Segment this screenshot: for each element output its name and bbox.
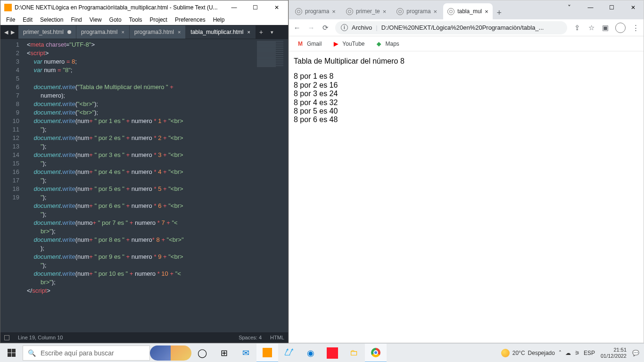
share-icon[interactable]: ⇪ xyxy=(573,24,581,32)
opera-app-icon[interactable] xyxy=(322,344,343,362)
news-widget[interactable] xyxy=(150,346,191,361)
chrome-app-icon[interactable] xyxy=(365,344,387,362)
task-view-icon[interactable]: ⊞ xyxy=(213,344,235,362)
cortana-icon[interactable]: ◯ xyxy=(191,344,213,362)
tray-chevron-icon[interactable]: ˄ xyxy=(559,350,561,356)
editor-tab[interactable]: programa.html × xyxy=(76,25,130,39)
menu-file[interactable]: File xyxy=(6,16,15,23)
favicon-icon xyxy=(346,8,353,15)
sublime-tab-bar: ◀ ▶ primer_test.html programa.html × pro… xyxy=(0,25,288,39)
close-tab-icon[interactable]: × xyxy=(178,29,181,35)
taskbar-search[interactable]: 🔍 Escribe aquí para buscar xyxy=(23,346,150,361)
panel-icon[interactable] xyxy=(4,335,9,340)
menu-selection[interactable]: Selection xyxy=(40,16,63,23)
back-button[interactable]: ← xyxy=(293,24,301,32)
browser-tab[interactable]: programa× xyxy=(392,3,441,19)
start-button[interactable] xyxy=(0,344,23,362)
output-line: 8 por 4 es 32 xyxy=(294,99,639,107)
tab-label: programa xyxy=(406,8,430,15)
mail-app-icon[interactable]: ✉ xyxy=(235,344,256,362)
dirty-dot-icon xyxy=(67,30,71,34)
url-path: D:/ONE%20NEXT/Lògica%20en%20Programaciòn… xyxy=(381,24,544,31)
url-scheme: Archivo xyxy=(352,24,372,31)
status-cursor: Line 19, Column 10 xyxy=(18,335,63,340)
close-tab-icon[interactable]: × xyxy=(485,8,488,15)
minimize-button[interactable]: — xyxy=(223,1,245,15)
browser-tab-active[interactable]: tabla_mul× xyxy=(443,3,493,19)
notifications-icon[interactable]: 💬 xyxy=(632,350,639,356)
menu-view[interactable]: View xyxy=(90,16,102,23)
weather-widget[interactable]: 20°C Despejado xyxy=(501,349,555,357)
browser-tab[interactable]: programa× xyxy=(291,3,340,19)
sublime-titlebar[interactable]: D:\ONE NEXT\Lògica en Programaciòn\tabla… xyxy=(0,0,288,15)
close-button[interactable]: ✕ xyxy=(622,0,644,15)
favicon-icon xyxy=(396,8,404,15)
address-bar[interactable]: i Archivo | D:/ONE%20NEXT/Lògica%20en%20… xyxy=(335,21,567,34)
sublime-statusbar: Line 19, Column 10 Spaces: 4 HTML xyxy=(0,332,288,343)
windows-logo-icon xyxy=(8,349,16,357)
system-tray: 20°C Despejado ˄ ☁ ⚞ ESP 21:51 01/12/202… xyxy=(496,347,644,359)
chrome-tabstrip: programa× primer_te× programa× tabla_mul… xyxy=(289,0,644,19)
tab-prev-icon[interactable]: ◀ xyxy=(4,29,8,35)
editor-area[interactable]: 12345678910111213141516171819 <meta char… xyxy=(0,39,288,332)
tab-next-icon[interactable]: ▶ xyxy=(11,29,15,35)
bookmark-maps[interactable]: ◆Maps xyxy=(375,40,399,48)
chrome-toolbar: ← → ⟳ i Archivo | D:/ONE%20NEXT/Lògica%2… xyxy=(289,19,644,36)
menu-help[interactable]: Help xyxy=(213,16,225,23)
vscode-app-icon[interactable]: ⌰ xyxy=(278,344,300,362)
output-line: 8 por 5 es 40 xyxy=(294,107,639,115)
sublime-menu-bar: File Edit Selection Find View Goto Tools… xyxy=(0,15,288,25)
info-icon[interactable]: i xyxy=(341,24,348,31)
edge-app-icon[interactable]: ◉ xyxy=(300,344,322,362)
close-tab-icon[interactable]: × xyxy=(434,8,438,15)
tab-menu-icon[interactable]: ▾ xyxy=(267,29,277,35)
menu-edit[interactable]: Edit xyxy=(23,16,33,23)
close-tab-icon[interactable]: × xyxy=(247,29,250,35)
clock[interactable]: 21:51 01/12/2022 xyxy=(599,347,628,359)
sublime-title: D:\ONE NEXT\Lògica en Programaciòn\tabla… xyxy=(15,4,223,11)
menu-find[interactable]: Find xyxy=(71,16,82,23)
forward-button[interactable]: → xyxy=(307,24,315,32)
menu-tools[interactable]: Tools xyxy=(129,16,142,23)
status-spaces[interactable]: Spaces: 4 xyxy=(239,335,262,340)
wifi-icon[interactable]: ⚞ xyxy=(575,350,580,356)
editor-tab[interactable]: programa3.html × xyxy=(130,25,186,39)
explorer-app-icon[interactable]: 🗀 xyxy=(343,344,365,362)
browser-tab[interactable]: primer_te× xyxy=(342,3,390,19)
menu-dots-icon[interactable]: ⋮ xyxy=(631,24,640,32)
minimize-button[interactable]: — xyxy=(580,0,601,15)
code-content[interactable]: <meta charset="UTF-8"> <script> var nume… xyxy=(23,39,255,332)
weather-desc: Despejado xyxy=(528,350,555,356)
chevron-down-icon[interactable]: ˅ xyxy=(559,0,580,15)
output-line: 8 por 1 es 8 xyxy=(294,72,639,81)
maximize-button[interactable]: ☐ xyxy=(245,1,266,15)
clock-time: 21:51 xyxy=(601,347,627,353)
new-tab-button[interactable]: + xyxy=(256,28,267,36)
tab-label: tabla_mul xyxy=(457,8,482,15)
maximize-button[interactable]: ☐ xyxy=(601,0,622,15)
onedrive-icon[interactable]: ☁ xyxy=(565,350,571,356)
reload-button[interactable]: ⟳ xyxy=(321,24,330,32)
sidepanel-icon[interactable]: ▣ xyxy=(601,24,610,32)
close-button[interactable]: ✕ xyxy=(266,1,287,15)
menu-goto[interactable]: Goto xyxy=(109,16,122,23)
close-tab-icon[interactable]: × xyxy=(332,8,336,15)
bookmark-gmail[interactable]: MGmail xyxy=(297,40,322,48)
menu-project[interactable]: Project xyxy=(150,16,167,23)
bookmarks-bar: MGmail ▶YouTube ◆Maps xyxy=(289,36,644,51)
close-tab-icon[interactable]: × xyxy=(383,8,387,15)
editor-tab-active[interactable]: tabla_multiplicar.html × xyxy=(186,25,256,39)
bookmark-star-icon[interactable]: ☆ xyxy=(587,24,595,32)
menu-preferences[interactable]: Preferences xyxy=(175,16,206,23)
new-tab-button[interactable]: + xyxy=(493,6,506,19)
language-indicator[interactable]: ESP xyxy=(584,350,595,356)
sublime-icon xyxy=(4,4,12,11)
sublime-app-icon[interactable] xyxy=(256,344,278,362)
editor-tab[interactable]: primer_test.html xyxy=(18,25,76,39)
profile-icon[interactable] xyxy=(615,23,626,33)
status-syntax[interactable]: HTML xyxy=(270,335,284,340)
taskbar-apps: ◯ ⊞ ✉ ⌰ ◉ 🗀 xyxy=(191,344,387,362)
bookmark-youtube[interactable]: ▶YouTube xyxy=(332,40,364,48)
minimap[interactable] xyxy=(255,39,288,332)
close-tab-icon[interactable]: × xyxy=(121,29,124,35)
